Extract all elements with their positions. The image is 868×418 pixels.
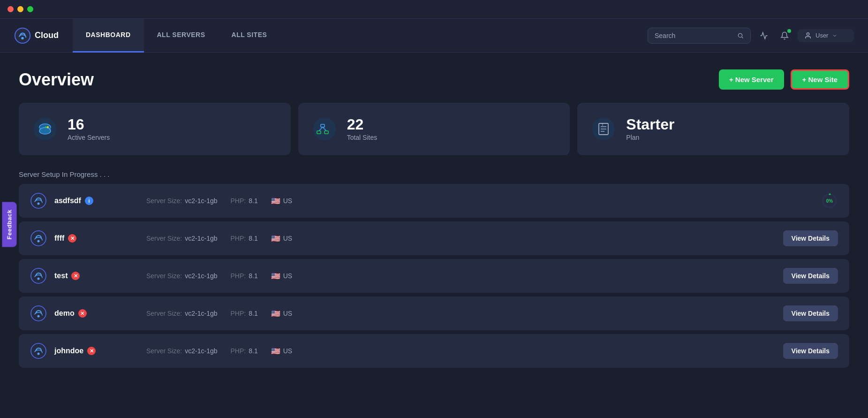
nav-links: DASHBOARD ALL SERVERS ALL SITES	[73, 19, 648, 53]
logo[interactable]: Cloud	[14, 27, 59, 44]
server-size-meta: Server Size: vc2-1c-1gb	[146, 272, 218, 280]
navbar: Cloud DASHBOARD ALL SERVERS ALL SITES Us…	[0, 19, 868, 53]
stat-card-sites: 22 Total Sites	[298, 103, 570, 155]
titlebar	[0, 0, 868, 19]
svg-point-28	[31, 231, 46, 246]
active-servers-count: 16	[68, 117, 110, 132]
server-actions: 0%	[821, 192, 838, 209]
server-actions: View Details	[783, 305, 838, 321]
server-actions: View Details	[783, 230, 838, 246]
server-logo-icon	[30, 267, 47, 284]
view-details-button[interactable]: View Details	[783, 343, 838, 359]
server-size-meta: Server Size: vc2-1c-1gb	[146, 235, 218, 242]
plan-name: Starter	[626, 117, 674, 132]
svg-point-32	[31, 306, 46, 321]
logo-icon	[14, 27, 31, 44]
stat-card-servers: 16 Active Servers	[19, 103, 291, 155]
page-header: Overview + New Server + New Site	[19, 69, 849, 90]
main-content: Overview + New Server + New Site	[0, 53, 868, 388]
stat-info-sites: 22 Total Sites	[347, 117, 377, 141]
region-meta: 🇺🇸 US	[271, 272, 292, 281]
feedback-tab[interactable]: Feedback	[2, 202, 16, 247]
php-meta: PHP: 8.1	[231, 197, 258, 205]
stats-grid: 16 Active Servers 22 Total Sites	[19, 103, 849, 155]
feedback-label: Feedback	[6, 210, 13, 240]
svg-point-34	[31, 343, 46, 358]
server-list: asdfsdf i Server Size: vc2-1c-1gb PHP: 8…	[19, 184, 849, 372]
notification-dot	[787, 29, 791, 33]
server-row: ffff ✕ Server Size: vc2-1c-1gb PHP: 8.1 …	[19, 221, 849, 255]
server-name: johndoe ✕	[54, 347, 111, 355]
server-actions: View Details	[783, 343, 838, 359]
stat-card-plan: $ Starter Plan	[577, 103, 849, 155]
active-servers-label: Active Servers	[68, 134, 110, 141]
view-details-button[interactable]: View Details	[783, 268, 838, 284]
server-row: asdfsdf i Server Size: vc2-1c-1gb PHP: 8…	[19, 184, 849, 218]
new-site-button[interactable]: + New Site	[791, 69, 849, 90]
view-details-button[interactable]: View Details	[783, 230, 838, 246]
nav-all-sites[interactable]: ALL SITES	[219, 19, 280, 53]
search-icon	[737, 32, 744, 39]
sites-icon	[311, 116, 338, 142]
svg-line-3	[742, 37, 743, 38]
status-error-badge[interactable]: ✕	[68, 234, 76, 243]
search-box[interactable]	[648, 28, 751, 44]
svg-point-35	[38, 353, 40, 355]
stat-info-servers: 16 Active Servers	[68, 117, 110, 141]
server-logo-icon	[30, 192, 47, 209]
nav-all-servers[interactable]: ALL SERVERS	[144, 19, 219, 53]
svg-point-0	[15, 28, 30, 43]
svg-point-33	[38, 315, 40, 318]
new-server-button[interactable]: + New Server	[719, 69, 784, 90]
status-error-badge[interactable]: ✕	[71, 272, 80, 280]
setup-section-title: Server Setup In Progress . . .	[19, 170, 849, 178]
php-meta: PHP: 8.1	[231, 235, 258, 242]
server-name: ffff ✕	[54, 234, 111, 243]
server-name: demo ✕	[54, 309, 111, 318]
maximize-button[interactable]	[27, 6, 33, 12]
view-details-button[interactable]: View Details	[783, 305, 838, 321]
status-error-badge[interactable]: ✕	[78, 309, 87, 318]
servers-icon	[32, 116, 58, 142]
stat-info-plan: Starter Plan	[626, 117, 674, 141]
server-meta: Server Size: vc2-1c-1gb PHP: 8.1 🇺🇸 US	[146, 347, 776, 356]
logo-text: Cloud	[35, 30, 59, 40]
close-button[interactable]	[8, 6, 14, 12]
svg-point-1	[21, 37, 23, 39]
svg-point-30	[31, 268, 46, 283]
status-error-badge[interactable]: ✕	[87, 347, 96, 355]
server-actions: View Details	[783, 268, 838, 284]
window-controls	[8, 6, 33, 12]
server-logo-icon	[30, 305, 47, 322]
server-row: demo ✕ Server Size: vc2-1c-1gb PHP: 8.1 …	[19, 296, 849, 330]
search-input[interactable]	[655, 32, 733, 39]
server-meta: Server Size: vc2-1c-1gb PHP: 8.1 🇺🇸 US	[146, 234, 776, 243]
chevron-down-icon	[832, 33, 838, 38]
server-name: asdfsdf i	[54, 197, 111, 205]
server-meta: Server Size: vc2-1c-1gb PHP: 8.1 🇺🇸 US	[146, 309, 776, 318]
page-title: Overview	[19, 70, 94, 90]
svg-point-25	[38, 203, 40, 205]
server-size-meta: Server Size: vc2-1c-1gb	[146, 310, 218, 317]
server-logo-icon	[30, 230, 47, 247]
nav-search-area: User	[648, 28, 854, 44]
user-menu[interactable]: User	[798, 29, 854, 42]
server-row: test ✕ Server Size: vc2-1c-1gb PHP: 8.1 …	[19, 259, 849, 293]
region-meta: 🇺🇸 US	[271, 309, 292, 318]
svg-point-11	[45, 126, 47, 128]
svg-point-29	[38, 240, 40, 243]
svg-point-24	[31, 193, 46, 208]
server-logo-icon	[30, 342, 47, 359]
minimize-button[interactable]	[17, 6, 23, 12]
php-meta: PHP: 8.1	[231, 347, 258, 355]
status-info-badge[interactable]: i	[85, 197, 93, 205]
server-meta: Server Size: vc2-1c-1gb PHP: 8.1 🇺🇸 US	[146, 272, 776, 281]
plan-label: Plan	[626, 134, 674, 141]
server-name: test ✕	[54, 272, 111, 280]
server-meta: Server Size: vc2-1c-1gb PHP: 8.1 🇺🇸 US	[146, 197, 814, 205]
notifications-button[interactable]	[777, 28, 792, 43]
activity-icon[interactable]	[756, 28, 771, 43]
header-actions: + New Server + New Site	[719, 69, 849, 90]
nav-dashboard[interactable]: DASHBOARD	[73, 19, 144, 53]
bell-icon	[780, 31, 789, 40]
